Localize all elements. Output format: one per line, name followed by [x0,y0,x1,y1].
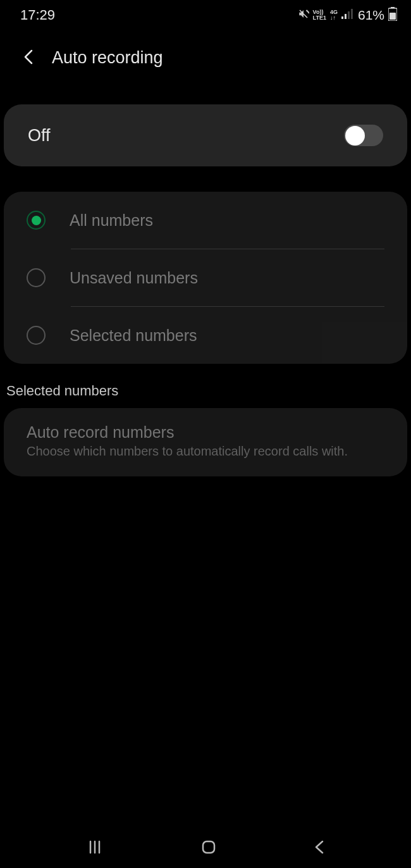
auto-record-numbers-row[interactable]: Auto record numbers Choose which numbers… [4,408,407,476]
svg-rect-2 [345,14,347,19]
navigation-bar [0,829,411,868]
back-nav-button[interactable] [314,839,324,858]
home-icon [200,839,217,855]
radio-dot [32,216,41,225]
svg-rect-7 [390,13,396,20]
recents-icon [87,839,103,855]
radio-indicator [27,326,46,345]
status-time: 17:29 [20,7,55,23]
radio-label: Unsaved numbers [70,269,198,287]
radio-indicator [27,268,46,287]
radio-label: All numbers [70,211,153,230]
radio-option-selected-numbers[interactable]: Selected numbers [4,307,407,364]
back-button[interactable] [24,49,33,67]
status-icons: Vo))LTE1 4G↓↑ 61% [298,7,397,23]
volte-icon: Vo))LTE1 [313,9,326,21]
signal-icon [341,9,353,22]
svg-rect-11 [203,841,214,853]
svg-rect-3 [348,11,350,19]
radio-indicator [27,211,46,230]
toggle-switch[interactable] [344,125,383,146]
home-button[interactable] [200,839,217,858]
recording-scope-group: All numbers Unsaved numbers Selected num… [4,192,407,364]
mute-icon [298,8,309,22]
battery-icon [388,7,397,23]
svg-rect-4 [351,9,353,19]
radio-option-all-numbers[interactable]: All numbers [4,192,407,249]
battery-percent: 61% [358,8,384,23]
page-title: Auto recording [52,48,163,68]
radio-label: Selected numbers [70,326,197,345]
page-header: Auto recording [0,30,411,85]
master-toggle-row[interactable]: Off [4,104,407,166]
auto-record-title: Auto record numbers [27,423,384,442]
chevron-left-icon [24,49,33,65]
4g-icon: 4G↓↑ [330,9,338,21]
auto-record-subtitle: Choose which numbers to automatically re… [27,444,384,459]
recents-button[interactable] [87,839,103,858]
svg-rect-1 [341,16,343,19]
status-bar: 17:29 Vo))LTE1 4G↓↑ 61% [0,0,411,30]
toggle-thumb [345,126,365,146]
toggle-label: Off [28,126,51,146]
radio-option-unsaved-numbers[interactable]: Unsaved numbers [4,249,407,306]
section-header-selected-numbers: Selected numbers [0,364,411,408]
chevron-left-icon [314,839,324,855]
